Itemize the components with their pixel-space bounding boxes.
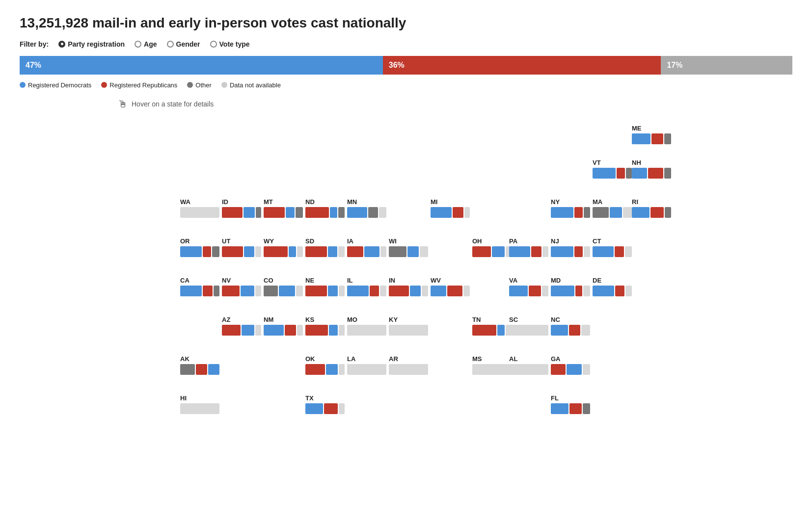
hover-hint-text: Hover on a state for details	[132, 100, 214, 108]
radio-age[interactable]	[135, 41, 141, 48]
state-me[interactable]: ME	[632, 125, 671, 144]
state-ut[interactable]: UT	[222, 237, 261, 257]
state-abbr-sd: SD	[305, 237, 314, 245]
state-fl[interactable]: FL	[551, 394, 590, 414]
state-ny[interactable]: NY	[551, 198, 590, 218]
state-wv[interactable]: WV	[431, 277, 470, 296]
state-mo[interactable]: MO	[347, 316, 386, 336]
state-abbr-ga: GA	[551, 355, 561, 363]
state-vt[interactable]: VT	[593, 159, 632, 179]
filter-gender[interactable]: Gender	[167, 40, 200, 48]
bar-dem	[632, 133, 650, 144]
state-nm[interactable]: NM	[264, 316, 303, 336]
bar-na	[255, 246, 261, 257]
state-ms[interactable]: MS	[472, 355, 512, 375]
state-tn[interactable]: TN	[472, 316, 512, 336]
state-id[interactable]: ID	[222, 198, 261, 218]
state-sd[interactable]: SD	[305, 237, 345, 257]
state-abbr-wv: WV	[431, 277, 441, 284]
state-mt[interactable]: MT	[264, 198, 303, 218]
state-ri[interactable]: RI	[632, 198, 671, 218]
state-wy[interactable]: WY	[264, 237, 303, 257]
state-mn[interactable]: MN	[347, 198, 386, 218]
state-bars-nm	[264, 325, 303, 336]
bar-rep	[529, 286, 541, 296]
state-hi[interactable]: HI	[180, 394, 219, 414]
bar-dem	[632, 207, 650, 218]
state-bars-mt	[264, 207, 303, 218]
bar-dem	[264, 325, 284, 336]
state-abbr-ne: NE	[305, 277, 314, 284]
dot-rep	[101, 82, 107, 88]
state-de[interactable]: DE	[593, 277, 632, 296]
state-pa[interactable]: PA	[509, 237, 548, 257]
filter-age[interactable]: Age	[135, 40, 157, 48]
state-ks[interactable]: KS	[305, 316, 345, 336]
state-in[interactable]: IN	[389, 277, 428, 296]
bar-rep	[551, 364, 566, 375]
bar-other	[212, 246, 219, 257]
state-abbr-wi: WI	[389, 237, 397, 245]
bar-dem	[364, 246, 379, 257]
state-ak[interactable]: AK	[180, 355, 219, 375]
state-ga[interactable]: GA	[551, 355, 590, 375]
state-ia[interactable]: IA	[347, 237, 386, 257]
state-tx[interactable]: TX	[305, 394, 345, 414]
state-nv[interactable]: NV	[222, 277, 261, 296]
bar-rep	[222, 286, 240, 296]
bar-na	[255, 325, 261, 336]
bar-rep	[651, 133, 663, 144]
state-abbr-ia: IA	[347, 237, 353, 245]
state-abbr-ma: MA	[593, 198, 602, 206]
bar-other	[664, 133, 671, 144]
dot-dem	[20, 82, 26, 88]
state-il[interactable]: IL	[347, 277, 386, 296]
state-abbr-nm: NM	[264, 316, 273, 323]
state-va[interactable]: VA	[509, 277, 548, 296]
state-abbr-ny: NY	[551, 198, 560, 206]
state-ct[interactable]: CT	[593, 237, 632, 257]
state-co[interactable]: CO	[264, 277, 303, 296]
radio-votetype[interactable]	[210, 41, 217, 48]
state-ok[interactable]: OK	[305, 355, 345, 375]
state-mi[interactable]: MI	[431, 198, 470, 218]
state-bars-hi	[180, 403, 219, 414]
state-abbr-co: CO	[264, 277, 273, 284]
bar-dem	[593, 286, 614, 296]
filter-party[interactable]: Party registration	[58, 40, 125, 48]
state-ne[interactable]: NE	[305, 277, 345, 296]
state-ar[interactable]: AR	[389, 355, 428, 375]
state-wa[interactable]: WA	[180, 198, 219, 218]
bar-na	[380, 286, 386, 296]
radio-party[interactable]	[58, 41, 65, 48]
state-nc[interactable]: NC	[551, 316, 590, 336]
state-oh[interactable]: OH	[472, 237, 512, 257]
state-ma[interactable]: MA	[593, 198, 632, 218]
state-ky[interactable]: KY	[389, 316, 428, 336]
state-wi[interactable]: WI	[389, 237, 428, 257]
bar-dem	[551, 246, 573, 257]
state-abbr-ca: CA	[180, 277, 189, 284]
state-nh[interactable]: NH	[632, 159, 671, 179]
filter-votetype[interactable]: Vote type	[210, 40, 250, 48]
state-az[interactable]: AZ	[222, 316, 261, 336]
bar-dem	[497, 325, 505, 336]
state-bars-sc	[509, 325, 548, 336]
state-la[interactable]: LA	[347, 355, 386, 375]
state-bars-in	[389, 286, 428, 296]
state-nj[interactable]: NJ	[551, 237, 590, 257]
bar-dem	[593, 168, 616, 179]
state-or[interactable]: OR	[180, 237, 219, 257]
state-al[interactable]: AL	[509, 355, 548, 375]
state-nd[interactable]: ND	[305, 198, 345, 218]
state-md[interactable]: MD	[551, 277, 590, 296]
state-abbr-ak: AK	[180, 355, 189, 363]
state-bars-ok	[305, 364, 345, 375]
state-bars-ga	[551, 364, 590, 375]
state-sc[interactable]: SC	[509, 316, 548, 336]
radio-gender[interactable]	[167, 41, 174, 48]
bar-dem	[593, 246, 614, 257]
bar-rep	[264, 207, 285, 218]
state-ca[interactable]: CA	[180, 277, 219, 296]
state-bars-sd	[305, 246, 345, 257]
